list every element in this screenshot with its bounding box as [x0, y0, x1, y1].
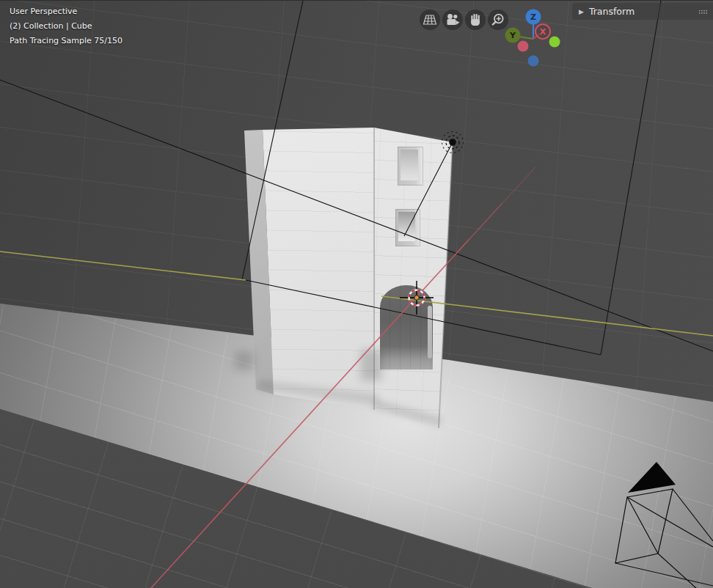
camera-object[interactable]: [615, 462, 713, 588]
magnifier-plus-icon: [489, 11, 507, 29]
y-axis-line-left: [0, 251, 246, 280]
gizmo-z-negative-ball[interactable]: [528, 56, 539, 67]
blender-3d-viewport: Z Y X User Perspective (2) Collection | …: [0, 0, 713, 588]
view-perspective-label: User Perspective: [10, 4, 123, 19]
gizmo-y-negative-ball[interactable]: [549, 37, 560, 48]
camera-icon: [444, 11, 461, 29]
x-axis-line-mid: [469, 203, 502, 239]
camera-frame-left-line: [242, 1, 303, 279]
pan-view-button[interactable]: [465, 10, 486, 30]
grid-plane-icon: [421, 11, 439, 29]
sidebar-transform-panel-header[interactable]: ▶ Transform: [572, 3, 713, 20]
camera-body-wireframe[interactable]: [615, 489, 673, 563]
gizmo-z-label: Z: [530, 12, 536, 22]
expand-arrow-icon[interactable]: ▶: [579, 8, 584, 15]
nav-gizmo[interactable]: Z Y X: [505, 10, 560, 67]
collection-object-label: (2) Collection | Cube: [10, 19, 123, 34]
sun-light[interactable]: [442, 132, 464, 153]
gizmo-y-label: Y: [509, 31, 516, 40]
gizmo-x-negative-ball[interactable]: [518, 41, 529, 52]
camera-up-triangle[interactable]: [628, 462, 676, 493]
zoom-view-button[interactable]: [488, 10, 508, 30]
camera-view-button[interactable]: [442, 10, 463, 30]
sun-light-dot[interactable]: [449, 139, 456, 146]
hand-icon: [467, 11, 484, 29]
transform-panel-label: Transform: [589, 6, 635, 17]
camera-frame-top-line: [0, 80, 713, 351]
camera-frame-right-line: [601, 1, 661, 355]
camera-frustum-extensions: [615, 489, 713, 588]
x-axis-line-fade: [502, 167, 535, 203]
gizmo-x-label: X: [540, 27, 546, 37]
render-sample-status: Path Tracing Sample 75/150: [10, 34, 123, 48]
sun-direction-line: [404, 142, 453, 236]
toggle-perspective-button[interactable]: [420, 10, 440, 30]
y-axis-line-right: [381, 296, 713, 336]
panel-grip-icon[interactable]: [698, 10, 708, 14]
cursor-center-dot: [414, 295, 419, 300]
viewport-gizmo-toolbar: [420, 10, 508, 30]
viewport-info-overlay: User Perspective (2) Collection | Cube P…: [10, 4, 123, 48]
scene-overlay: Z Y X: [0, 1, 713, 588]
